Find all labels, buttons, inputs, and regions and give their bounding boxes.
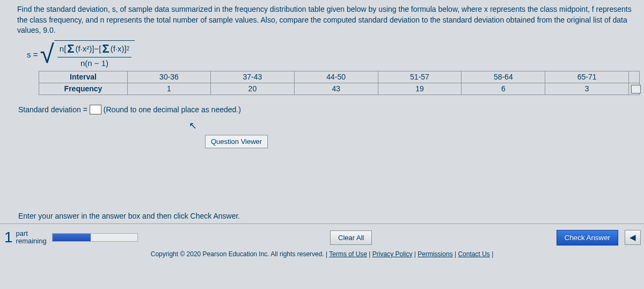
- cursor-icon: ↖: [189, 120, 633, 132]
- freq-cell: 3: [545, 83, 629, 95]
- copyright-footer: Copyright © 2020 Pearson Education Inc. …: [0, 250, 644, 258]
- parts-label-a: part: [16, 230, 47, 237]
- interval-cell: 44-50: [294, 71, 378, 83]
- formula-lhs: s =: [27, 50, 38, 59]
- interval-cell: 30-36: [128, 71, 211, 83]
- privacy-link[interactable]: Privacy Policy: [372, 250, 413, 258]
- pipe: |: [492, 250, 493, 258]
- question-viewer-button[interactable]: Question Viewer: [205, 135, 268, 148]
- terms-link[interactable]: Terms of Use: [329, 250, 367, 258]
- interval-cell: 58-64: [462, 71, 545, 83]
- freq-cell: 19: [378, 83, 462, 95]
- table-row: Interval 30-36 37-43 44-50 51-57 58-64 6…: [39, 71, 640, 83]
- formula-fx2: (f·x²): [76, 44, 92, 53]
- check-answer-button[interactable]: Check Answer: [557, 230, 618, 245]
- row-header-interval: Interval: [39, 71, 128, 83]
- copyright-text: Copyright © 2020 Pearson Education Inc. …: [151, 250, 327, 258]
- formula-fx: (f·x): [111, 44, 125, 53]
- interval-cell: 37-43: [211, 71, 295, 83]
- edge-cell: [629, 71, 640, 83]
- interval-cell: 65-71: [545, 71, 629, 83]
- progress-bar: [52, 233, 138, 242]
- freq-cell: 1: [128, 83, 211, 95]
- bottom-toolbar: 1 part remaining Clear All Check Answer …: [0, 223, 644, 248]
- row-header-frequency: Frequency: [39, 83, 128, 95]
- progress-fill: [53, 234, 91, 241]
- rounding-hint: (Round to one decimal place as needed.): [104, 105, 241, 114]
- formula-sq: 2: [127, 46, 130, 52]
- copy-table-icon[interactable]: [631, 85, 641, 93]
- instruction-text: Enter your answer in the answer box and …: [18, 212, 633, 220]
- freq-cell: 43: [294, 83, 378, 95]
- answer-input[interactable]: [90, 105, 101, 114]
- parts-count: 1: [4, 229, 13, 246]
- parts-label-b: remaining: [16, 237, 47, 245]
- sigma-icon: Σ: [67, 42, 74, 56]
- sqrt-icon: √: [40, 40, 54, 69]
- formula-den: n(n − 1): [80, 57, 108, 68]
- previous-arrow-button[interactable]: ◀: [625, 230, 641, 245]
- clear-all-button[interactable]: Clear All: [330, 230, 372, 245]
- permissions-link[interactable]: Permissions: [418, 250, 452, 258]
- formula: s = √ n [Σ(f·x²)] − [Σ(f·x)]2 n(n − 1): [27, 40, 633, 69]
- freq-cell: 20: [211, 83, 295, 95]
- sigma-icon: Σ: [102, 42, 109, 56]
- question-prompt: Find the standard deviation, s, of sampl…: [17, 4, 633, 36]
- minus: −: [94, 44, 99, 53]
- std-dev-label: Standard deviation =: [18, 105, 87, 114]
- formula-n: n: [60, 44, 64, 53]
- contact-link[interactable]: Contact Us: [458, 250, 489, 258]
- interval-cell: 51-57: [378, 71, 462, 83]
- freq-cell: 6: [462, 83, 545, 95]
- frequency-table: Interval 30-36 37-43 44-50 51-57 58-64 6…: [39, 71, 640, 95]
- table-row: Frequency 1 20 43 19 6 3: [39, 83, 640, 95]
